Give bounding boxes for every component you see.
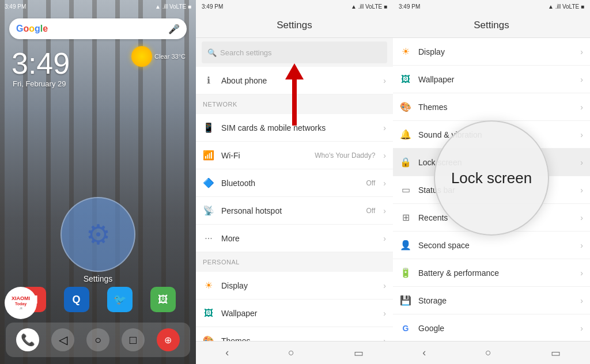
home-signal: ▲ .ill VoLTE ■	[155, 3, 191, 10]
right-google-icon: G	[399, 321, 413, 335]
hotspot-item[interactable]: 📡 Personal hotspot Off ›	[196, 197, 393, 225]
right-display-chevron: ›	[580, 47, 583, 56]
chrome-icon[interactable]: ⊕	[157, 328, 180, 351]
right-storage-item[interactable]: 💾 Storage ›	[393, 287, 590, 314]
right-wallpaper-chevron: ›	[580, 75, 583, 84]
twitter-icon[interactable]: 🐦	[107, 287, 133, 312]
right-sound-icon: 🔔	[399, 128, 413, 142]
more-label: More	[221, 234, 377, 243]
right-title-bar: Settings	[393, 13, 590, 38]
right-wallpaper-item[interactable]: 🖼 Wallpaper ›	[393, 66, 590, 93]
wifi-item[interactable]: 📶 Wi-Fi Who's Your Daddy? ›	[196, 142, 393, 169]
settings-scroll-area: ℹ About phone › NETWORK 📱 SIM cards & mo…	[196, 67, 393, 341]
gallery-icon[interactable]: 🖼	[150, 287, 176, 312]
right-statusbar-icon: ▭	[399, 183, 413, 197]
right-recents-icon: ⊞	[399, 211, 413, 225]
wallpaper-chevron: ›	[383, 309, 386, 318]
right-settings-panel: 3:49 PM ▲ .ill VoLTE ■ Settings ☀ Displa…	[393, 0, 590, 364]
about-phone-chevron: ›	[383, 76, 386, 85]
sim-cards-icon: 📱	[202, 121, 215, 135]
right-recents-chevron: ›	[580, 213, 583, 222]
right-display-label: Display	[418, 47, 574, 56]
home-clock: 3:49	[12, 46, 70, 81]
right-statusbar-chevron: ›	[580, 185, 583, 195]
nav-home-btn[interactable]: ○	[288, 347, 294, 359]
right-themes-chevron: ›	[580, 103, 583, 112]
right-nav-recents-btn[interactable]: ▭	[551, 347, 561, 359]
right-battery-chevron: ›	[580, 268, 583, 278]
network-header-text: NETWORK	[203, 101, 237, 108]
more-item[interactable]: ··· More ›	[196, 225, 393, 252]
wifi-label: Wi-Fi	[221, 151, 309, 160]
right-battery-label: Battery & performance	[418, 268, 574, 278]
right-nav-home-btn[interactable]: ○	[485, 347, 491, 359]
bluetooth-chevron: ›	[383, 179, 386, 188]
wallpaper-item[interactable]: 🖼 Wallpaper ›	[196, 299, 393, 327]
wifi-chevron: ›	[383, 151, 386, 160]
nav-home[interactable]: ○	[86, 328, 109, 351]
right-lock-chevron: ›	[580, 158, 583, 167]
right-google-label: Google	[418, 324, 574, 333]
bluetooth-value: Off	[366, 179, 376, 187]
dock: 📞 ◁ ○ □ ⊕	[6, 323, 190, 357]
nav-back[interactable]: ◁	[51, 328, 74, 351]
wifi-value: Who's Your Daddy?	[315, 151, 375, 160]
right-battery-item[interactable]: 🔋 Battery & performance ›	[393, 259, 590, 287]
google-search-bar[interactable]: Google 🎤	[9, 18, 187, 39]
about-phone-item[interactable]: ℹ About phone ›	[196, 67, 393, 94]
middle-status-bar: 3:49 PM ▲ .ill VoLTE ■	[196, 0, 393, 13]
nav-back-btn[interactable]: ‹	[225, 347, 229, 359]
personal-section-header: PERSONAL	[196, 252, 393, 272]
network-section-header: NETWORK	[196, 94, 393, 114]
themes-icon: 🎨	[202, 334, 215, 342]
middle-settings-panel: 3:49 PM ▲ .ill VoLTE ■ Settings 🔍 Search…	[196, 0, 393, 364]
right-time: 3:49 PM	[399, 3, 420, 10]
right-google-chevron: ›	[580, 324, 583, 333]
right-display-item[interactable]: ☀ Display ›	[393, 38, 590, 66]
themes-item[interactable]: 🎨 Themes ›	[196, 327, 393, 341]
search-placeholder-text: Search settings	[220, 48, 272, 57]
home-weather: Clear 33°C	[131, 46, 186, 67]
bluetooth-item[interactable]: 🔷 Bluetooth Off ›	[196, 169, 393, 197]
search-icon: 🔍	[207, 48, 217, 57]
sim-cards-label: SIM cards & mobile networks	[221, 123, 377, 132]
hotspot-chevron: ›	[383, 206, 386, 215]
right-bottom-nav: ‹ ○ ▭	[393, 341, 590, 364]
right-battery-icon: 🔋	[399, 266, 413, 280]
settings-gear-icon: ⚙	[86, 218, 111, 251]
wallpaper-label: Wallpaper	[221, 309, 377, 318]
right-second-space-item[interactable]: 👤 Second space ›	[393, 232, 590, 259]
display-icon: ☀	[202, 279, 215, 293]
sim-cards-chevron: ›	[383, 123, 386, 132]
nav-recents-btn[interactable]: ▭	[354, 347, 364, 359]
personal-header-text: PERSONAL	[203, 259, 240, 266]
right-nav-back-btn[interactable]: ‹	[422, 347, 426, 359]
home-date: Fri, February 29	[13, 79, 66, 88]
google-logo: Google	[16, 24, 48, 34]
display-chevron: ›	[383, 281, 386, 290]
lock-circle-text: Lock screen	[451, 169, 532, 187]
xiaomi-today-watermark: XIAOMI Today .it	[5, 287, 37, 319]
hotspot-value: Off	[366, 207, 376, 215]
about-phone-label: About phone	[221, 76, 377, 85]
sim-cards-item[interactable]: 📱 SIM cards & mobile networks ›	[196, 114, 393, 142]
weather-text: Clear 33°C	[154, 53, 186, 60]
right-lock-icon: 🔒	[399, 156, 413, 169]
right-google-item[interactable]: G Google ›	[393, 314, 590, 341]
more-chevron: ›	[383, 234, 386, 243]
nav-recents[interactable]: □	[122, 328, 145, 351]
weather-icon	[131, 46, 152, 67]
right-themes-item[interactable]: 🎨 Themes ›	[393, 93, 590, 121]
right-settings-scroll: ☀ Display › 🖼 Wallpaper › 🎨 Themes › 🔔 S…	[393, 38, 590, 341]
mic-icon[interactable]: 🎤	[168, 24, 180, 35]
home-status-bar: 3:49 PM ▲ .ill VoLTE ■	[0, 0, 196, 13]
display-item[interactable]: ☀ Display ›	[196, 272, 393, 299]
quora-icon[interactable]: Q	[64, 287, 89, 312]
right-wallpaper-label: Wallpaper	[418, 75, 574, 84]
phone-icon[interactable]: 📞	[16, 328, 39, 351]
middle-bottom-nav: ‹ ○ ▭	[196, 341, 393, 364]
right-storage-label: Storage	[418, 296, 574, 305]
search-bar[interactable]: 🔍 Search settings	[202, 41, 387, 63]
settings-circle[interactable]: ⚙	[60, 197, 135, 272]
bluetooth-label: Bluetooth	[221, 179, 361, 188]
